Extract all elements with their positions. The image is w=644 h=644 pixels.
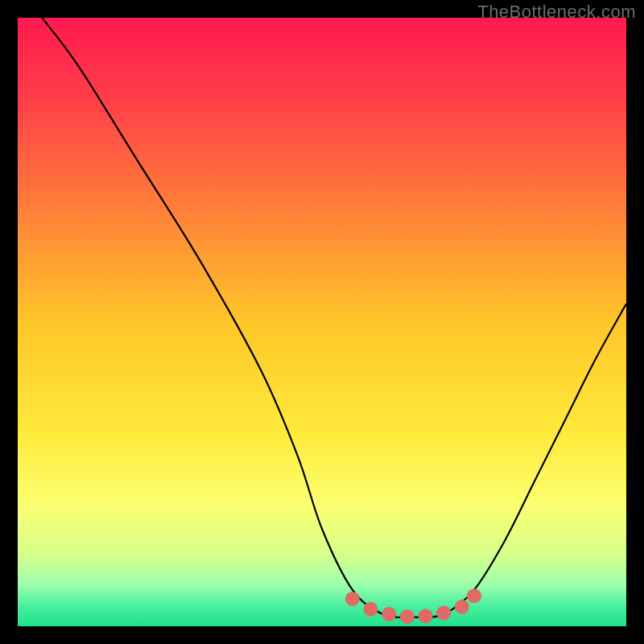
optimal-marker — [419, 609, 433, 623]
bottleneck-chart — [18, 18, 626, 626]
optimal-marker — [400, 609, 415, 624]
optimal-marker — [345, 592, 360, 606]
optimal-marker — [436, 605, 451, 620]
chart-frame — [18, 18, 626, 626]
chart-background — [18, 18, 626, 626]
optimal-marker — [455, 600, 469, 614]
optimal-marker — [363, 602, 378, 617]
optimal-marker — [382, 607, 396, 621]
optimal-marker — [467, 588, 481, 603]
